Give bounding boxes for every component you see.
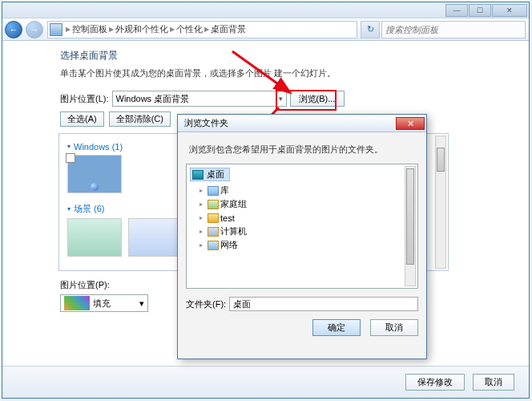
folder-icon — [208, 213, 219, 223]
picture-location-row: 图片位置(L): Windows 桌面背景 浏览(B)... — [60, 91, 519, 107]
windows-orb-icon — [91, 183, 99, 191]
breadcrumb-item[interactable]: 控制面板 — [72, 23, 107, 35]
computer-icon — [208, 227, 219, 237]
picture-location-value: Windows 桌面背景 — [116, 93, 190, 105]
window-titlebar: — ☐ ✕ — [2, 2, 529, 18]
fill-label: 填充 — [93, 298, 111, 310]
back-button[interactable]: ← — [5, 21, 22, 38]
desktop-icon — [192, 170, 204, 180]
search-input[interactable] — [381, 21, 526, 38]
tree-item-test[interactable]: test — [200, 212, 414, 225]
gallery-group-windows[interactable]: Windows (1) — [67, 142, 123, 152]
tree-scrollbar[interactable] — [405, 166, 416, 286]
picture-position-label: 图片位置(P): — [60, 279, 110, 291]
select-all-button[interactable]: 全选(A) — [60, 111, 104, 127]
nav-toolbar: ← → ▶ 控制面板 ▶ 外观和个性化 ▶ 个性化 ▶ 桌面背景 ↻ — [2, 18, 529, 41]
picture-location-label: 图片位置(L): — [60, 93, 109, 105]
tree-item-libraries[interactable]: 库 — [200, 184, 414, 197]
gallery-group-scenes[interactable]: 场景 (6) — [67, 203, 105, 215]
chevron-down-icon: ▾ — [139, 298, 144, 309]
network-icon — [208, 241, 219, 250]
picture-location-dropdown[interactable]: Windows 桌面背景 — [112, 91, 287, 107]
library-icon — [208, 186, 219, 196]
forward-button[interactable]: → — [26, 21, 43, 38]
tree-selected-label: 桌面 — [207, 168, 224, 180]
save-changes-button[interactable]: 保存修改 — [405, 374, 465, 391]
scrollbar-thumb[interactable] — [437, 148, 445, 172]
page-title: 选择桌面背景 — [60, 49, 519, 63]
control-panel-icon — [50, 23, 62, 36]
dialog-hint: 浏览到包含您希望用于桌面背景的图片的文件夹。 — [189, 144, 418, 156]
wallpaper-thumb[interactable] — [67, 218, 122, 257]
fill-dropdown[interactable]: 填充 ▾ — [60, 294, 148, 312]
footer-bar: 保存修改 取消 — [2, 366, 529, 398]
tree-item-homegroup[interactable]: 家庭组 — [200, 198, 414, 211]
dialog-cancel-button[interactable]: 取消 — [370, 319, 418, 336]
browse-folder-dialog: 浏览文件夹 ✕ 浏览到包含您希望用于桌面背景的图片的文件夹。 桌面 库 家庭组 … — [177, 114, 427, 359]
page-desc: 单击某个图片使其成为您的桌面背景，或选择多个图片 建一个幻灯片。 — [60, 67, 519, 79]
breadcrumb-item[interactable]: 桌面背景 — [211, 23, 246, 35]
folder-tree[interactable]: 桌面 库 家庭组 test 计算机 网络 — [186, 164, 418, 289]
wallpaper-thumb[interactable] — [128, 218, 183, 257]
dialog-title: 浏览文件夹 — [184, 117, 228, 129]
fill-swatch-icon — [64, 296, 90, 310]
tree-selected-desktop[interactable]: 桌面 — [190, 168, 230, 181]
dialog-titlebar: 浏览文件夹 ✕ — [178, 115, 426, 132]
homegroup-icon — [208, 200, 219, 209]
folder-field[interactable] — [229, 297, 418, 311]
scrollbar-thumb[interactable] — [406, 168, 414, 265]
refresh-button[interactable]: ↻ — [361, 21, 380, 38]
maximize-button[interactable]: ☐ — [469, 4, 491, 17]
dialog-ok-button[interactable]: 确定 — [312, 319, 361, 336]
breadcrumb[interactable]: ▶ 控制面板 ▶ 外观和个性化 ▶ 个性化 ▶ 桌面背景 — [47, 21, 357, 38]
folder-field-label: 文件夹(F): — [186, 298, 226, 310]
minimize-button[interactable]: — — [445, 4, 468, 17]
dialog-close-button[interactable]: ✕ — [396, 117, 425, 130]
cancel-button[interactable]: 取消 — [473, 374, 514, 391]
gallery-scrollbar[interactable] — [435, 136, 446, 269]
tree-item-computer[interactable]: 计算机 — [200, 225, 414, 238]
close-button[interactable]: ✕ — [492, 4, 527, 17]
tree-item-network[interactable]: 网络 — [200, 239, 414, 252]
browse-button[interactable]: 浏览(B)... — [290, 91, 345, 107]
wallpaper-thumb-windows[interactable] — [67, 155, 122, 193]
breadcrumb-item[interactable]: 外观和个性化 — [115, 23, 168, 35]
clear-all-button[interactable]: 全部清除(C) — [109, 111, 171, 127]
breadcrumb-item[interactable]: 个性化 — [176, 23, 203, 35]
